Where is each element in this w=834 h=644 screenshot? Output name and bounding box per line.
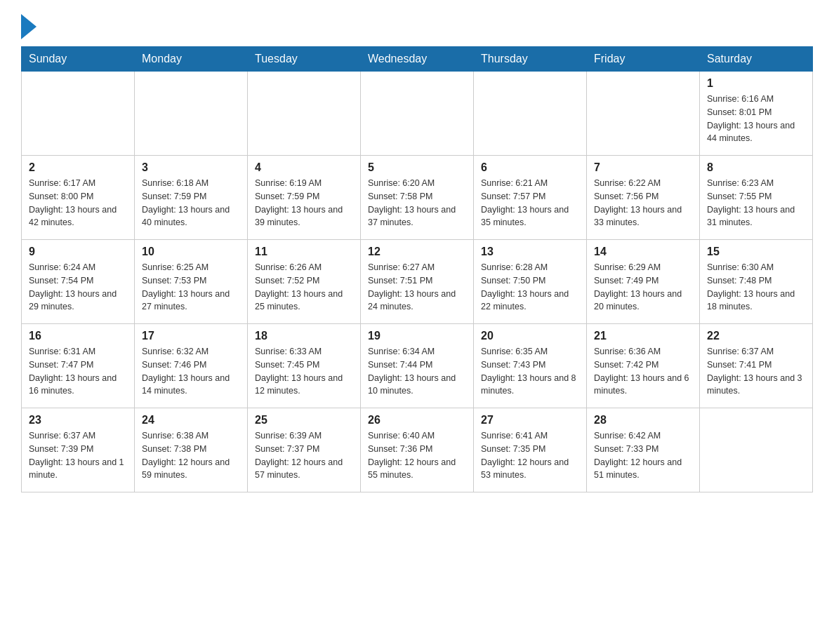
day-info: Sunrise: 6:18 AM Sunset: 7:59 PM Dayligh… bbox=[142, 177, 240, 229]
day-info: Sunrise: 6:37 AM Sunset: 7:39 PM Dayligh… bbox=[29, 429, 127, 482]
calendar-day-cell: 5Sunrise: 6:20 AM Sunset: 7:58 PM Daylig… bbox=[361, 156, 474, 240]
day-info: Sunrise: 6:23 AM Sunset: 7:55 PM Dayligh… bbox=[707, 177, 805, 229]
day-info: Sunrise: 6:32 AM Sunset: 7:46 PM Dayligh… bbox=[142, 345, 240, 398]
day-info: Sunrise: 6:36 AM Sunset: 7:42 PM Dayligh… bbox=[594, 345, 692, 398]
calendar-week-row: 1Sunrise: 6:16 AM Sunset: 8:01 PM Daylig… bbox=[22, 72, 813, 156]
day-info: Sunrise: 6:24 AM Sunset: 7:54 PM Dayligh… bbox=[29, 261, 127, 314]
calendar-day-cell: 6Sunrise: 6:21 AM Sunset: 7:57 PM Daylig… bbox=[474, 156, 587, 240]
day-number: 3 bbox=[142, 161, 240, 174]
day-info: Sunrise: 6:16 AM Sunset: 8:01 PM Dayligh… bbox=[707, 93, 805, 145]
day-number: 17 bbox=[142, 330, 240, 342]
day-number: 8 bbox=[707, 161, 805, 174]
day-number: 22 bbox=[707, 330, 805, 342]
calendar-header-row: SundayMondayTuesdayWednesdayThursdayFrid… bbox=[22, 47, 813, 72]
calendar-week-row: 16Sunrise: 6:31 AM Sunset: 7:47 PM Dayli… bbox=[22, 324, 813, 408]
calendar-week-row: 23Sunrise: 6:37 AM Sunset: 7:39 PM Dayli… bbox=[22, 408, 813, 492]
day-info: Sunrise: 6:34 AM Sunset: 7:44 PM Dayligh… bbox=[368, 345, 466, 398]
calendar-day-cell: 23Sunrise: 6:37 AM Sunset: 7:39 PM Dayli… bbox=[22, 408, 135, 492]
day-info: Sunrise: 6:17 AM Sunset: 8:00 PM Dayligh… bbox=[29, 177, 127, 229]
logo-triangle-icon bbox=[21, 14, 37, 39]
calendar-table: SundayMondayTuesdayWednesdayThursdayFrid… bbox=[21, 46, 813, 492]
calendar-day-cell bbox=[361, 72, 474, 156]
calendar-day-cell: 17Sunrise: 6:32 AM Sunset: 7:46 PM Dayli… bbox=[135, 324, 248, 408]
day-number: 23 bbox=[29, 414, 127, 427]
day-info: Sunrise: 6:19 AM Sunset: 7:59 PM Dayligh… bbox=[255, 177, 353, 229]
day-number: 9 bbox=[29, 246, 127, 258]
calendar-day-cell: 2Sunrise: 6:17 AM Sunset: 8:00 PM Daylig… bbox=[22, 156, 135, 240]
calendar-day-cell bbox=[474, 72, 587, 156]
day-info: Sunrise: 6:42 AM Sunset: 7:33 PM Dayligh… bbox=[594, 429, 692, 482]
calendar-weekday-header: Tuesday bbox=[248, 47, 361, 72]
calendar-day-cell: 3Sunrise: 6:18 AM Sunset: 7:59 PM Daylig… bbox=[135, 156, 248, 240]
day-number: 12 bbox=[368, 246, 466, 258]
day-number: 27 bbox=[481, 414, 579, 427]
calendar-weekday-header: Sunday bbox=[22, 47, 135, 72]
day-info: Sunrise: 6:21 AM Sunset: 7:57 PM Dayligh… bbox=[481, 177, 579, 229]
day-number: 13 bbox=[481, 246, 579, 258]
calendar-week-row: 2Sunrise: 6:17 AM Sunset: 8:00 PM Daylig… bbox=[22, 156, 813, 240]
day-info: Sunrise: 6:38 AM Sunset: 7:38 PM Dayligh… bbox=[142, 429, 240, 482]
day-number: 20 bbox=[481, 330, 579, 342]
day-info: Sunrise: 6:35 AM Sunset: 7:43 PM Dayligh… bbox=[481, 345, 579, 398]
calendar-weekday-header: Saturday bbox=[700, 47, 813, 72]
day-info: Sunrise: 6:30 AM Sunset: 7:48 PM Dayligh… bbox=[707, 261, 805, 314]
calendar-day-cell: 19Sunrise: 6:34 AM Sunset: 7:44 PM Dayli… bbox=[361, 324, 474, 408]
day-number: 1 bbox=[707, 77, 805, 90]
calendar-day-cell bbox=[22, 72, 135, 156]
day-info: Sunrise: 6:33 AM Sunset: 7:45 PM Dayligh… bbox=[255, 345, 353, 398]
day-number: 11 bbox=[255, 246, 353, 258]
calendar-day-cell: 24Sunrise: 6:38 AM Sunset: 7:38 PM Dayli… bbox=[135, 408, 248, 492]
calendar-day-cell: 16Sunrise: 6:31 AM Sunset: 7:47 PM Dayli… bbox=[22, 324, 135, 408]
day-info: Sunrise: 6:28 AM Sunset: 7:50 PM Dayligh… bbox=[481, 261, 579, 314]
day-info: Sunrise: 6:20 AM Sunset: 7:58 PM Dayligh… bbox=[368, 177, 466, 229]
calendar-weekday-header: Friday bbox=[587, 47, 700, 72]
day-info: Sunrise: 6:40 AM Sunset: 7:36 PM Dayligh… bbox=[368, 429, 466, 482]
calendar-day-cell bbox=[135, 72, 248, 156]
day-number: 18 bbox=[255, 330, 353, 342]
day-number: 7 bbox=[594, 161, 692, 174]
day-info: Sunrise: 6:29 AM Sunset: 7:49 PM Dayligh… bbox=[594, 261, 692, 314]
logo bbox=[21, 14, 37, 39]
day-number: 10 bbox=[142, 246, 240, 258]
day-info: Sunrise: 6:37 AM Sunset: 7:41 PM Dayligh… bbox=[707, 345, 805, 398]
calendar-day-cell: 14Sunrise: 6:29 AM Sunset: 7:49 PM Dayli… bbox=[587, 240, 700, 324]
logo-text bbox=[21, 14, 37, 39]
day-number: 26 bbox=[368, 414, 466, 427]
day-number: 6 bbox=[481, 161, 579, 174]
day-number: 25 bbox=[255, 414, 353, 427]
day-info: Sunrise: 6:27 AM Sunset: 7:51 PM Dayligh… bbox=[368, 261, 466, 314]
day-number: 15 bbox=[707, 246, 805, 258]
day-info: Sunrise: 6:41 AM Sunset: 7:35 PM Dayligh… bbox=[481, 429, 579, 482]
calendar-day-cell: 26Sunrise: 6:40 AM Sunset: 7:36 PM Dayli… bbox=[361, 408, 474, 492]
calendar-day-cell: 4Sunrise: 6:19 AM Sunset: 7:59 PM Daylig… bbox=[248, 156, 361, 240]
day-number: 28 bbox=[594, 414, 692, 427]
day-number: 19 bbox=[368, 330, 466, 342]
calendar-day-cell: 18Sunrise: 6:33 AM Sunset: 7:45 PM Dayli… bbox=[248, 324, 361, 408]
calendar-day-cell: 21Sunrise: 6:36 AM Sunset: 7:42 PM Dayli… bbox=[587, 324, 700, 408]
calendar-week-row: 9Sunrise: 6:24 AM Sunset: 7:54 PM Daylig… bbox=[22, 240, 813, 324]
calendar-day-cell: 9Sunrise: 6:24 AM Sunset: 7:54 PM Daylig… bbox=[22, 240, 135, 324]
day-info: Sunrise: 6:25 AM Sunset: 7:53 PM Dayligh… bbox=[142, 261, 240, 314]
calendar-weekday-header: Thursday bbox=[474, 47, 587, 72]
calendar-day-cell: 28Sunrise: 6:42 AM Sunset: 7:33 PM Dayli… bbox=[587, 408, 700, 492]
day-number: 14 bbox=[594, 246, 692, 258]
calendar-weekday-header: Monday bbox=[135, 47, 248, 72]
day-info: Sunrise: 6:26 AM Sunset: 7:52 PM Dayligh… bbox=[255, 261, 353, 314]
calendar-day-cell: 7Sunrise: 6:22 AM Sunset: 7:56 PM Daylig… bbox=[587, 156, 700, 240]
day-number: 2 bbox=[29, 161, 127, 174]
day-number: 21 bbox=[594, 330, 692, 342]
calendar-day-cell bbox=[700, 408, 813, 492]
calendar-weekday-header: Wednesday bbox=[361, 47, 474, 72]
calendar-day-cell: 1Sunrise: 6:16 AM Sunset: 8:01 PM Daylig… bbox=[700, 72, 813, 156]
day-info: Sunrise: 6:22 AM Sunset: 7:56 PM Dayligh… bbox=[594, 177, 692, 229]
day-info: Sunrise: 6:31 AM Sunset: 7:47 PM Dayligh… bbox=[29, 345, 127, 398]
calendar-day-cell: 13Sunrise: 6:28 AM Sunset: 7:50 PM Dayli… bbox=[474, 240, 587, 324]
calendar-day-cell: 20Sunrise: 6:35 AM Sunset: 7:43 PM Dayli… bbox=[474, 324, 587, 408]
page-header bbox=[21, 14, 813, 39]
calendar-day-cell: 25Sunrise: 6:39 AM Sunset: 7:37 PM Dayli… bbox=[248, 408, 361, 492]
calendar-day-cell bbox=[248, 72, 361, 156]
day-number: 24 bbox=[142, 414, 240, 427]
calendar-day-cell: 8Sunrise: 6:23 AM Sunset: 7:55 PM Daylig… bbox=[700, 156, 813, 240]
calendar-day-cell: 10Sunrise: 6:25 AM Sunset: 7:53 PM Dayli… bbox=[135, 240, 248, 324]
day-number: 16 bbox=[29, 330, 127, 342]
